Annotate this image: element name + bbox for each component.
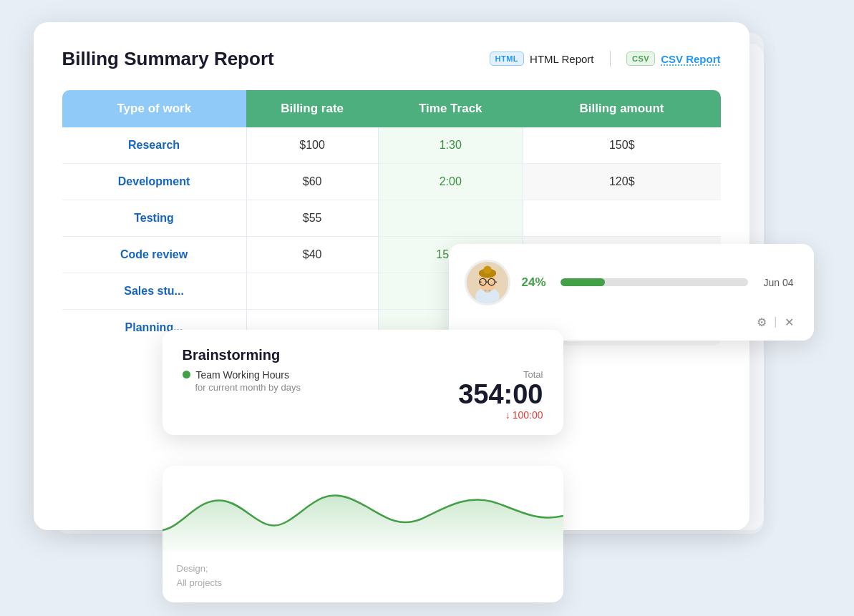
total-value: 354:00 [458, 380, 543, 410]
col-header-amount: Billing amount [523, 90, 720, 127]
csv-badge: CSV [626, 52, 655, 66]
cell-rate: $40 [246, 236, 378, 273]
col-header-type: Type of work [62, 90, 247, 127]
cell-rate: $100 [246, 127, 378, 164]
brainstorm-right: Total 354:00 ↓ 100:00 [458, 369, 543, 421]
html-badge: HTML [490, 52, 525, 66]
header-divider [610, 51, 611, 67]
progress-percent: 24% [522, 275, 552, 290]
card-header: Billing Summary Report HTML HTML Report … [62, 48, 721, 70]
csv-report-label: CSV Report [661, 53, 720, 65]
table-row: Research $100 1:30 150$ [62, 127, 721, 164]
total-label: Total [458, 369, 543, 380]
cell-type: Development [62, 163, 247, 200]
brainstorm-card: Brainstorming Team Working Hours for cur… [162, 330, 563, 436]
progress-card: 24% Jun 04 ⚙ | ✕ [449, 244, 814, 341]
cell-type: Code review [62, 236, 247, 273]
chart-svg [162, 466, 563, 552]
gear-icon[interactable]: ⚙ [757, 316, 767, 329]
brainstorm-legend: Team Working Hours [183, 369, 301, 381]
progress-row: 24% Jun 04 [465, 260, 794, 305]
page-title: Billing Summary Report [62, 48, 274, 70]
cell-amount: 150$ [523, 127, 720, 164]
cell-rate [246, 273, 378, 309]
down-arrow-icon: ↓ [505, 409, 510, 421]
progress-card-icons: ⚙ | ✕ [465, 316, 794, 329]
cell-rate: $55 [246, 200, 378, 236]
chart-card: Design; All projects [162, 466, 563, 603]
dot-green-icon [183, 371, 190, 378]
cell-time: 2:00 [378, 163, 523, 200]
close-icon[interactable]: ✕ [785, 316, 794, 329]
header-actions: HTML HTML Report CSV CSV Report [490, 51, 721, 67]
brainstorm-title: Brainstorming [183, 347, 543, 363]
progress-info: 24% Jun 04 [522, 275, 794, 290]
table-row: Testing $55 [62, 200, 721, 236]
svg-point-11 [484, 289, 487, 291]
svg-point-12 [487, 289, 490, 291]
progress-bar [561, 278, 748, 286]
scene: Billing Summary Report HTML HTML Report … [34, 22, 821, 595]
chart-footer: Design; All projects [162, 554, 563, 592]
html-report-button[interactable]: HTML HTML Report [490, 52, 594, 66]
col-header-rate: Billing rate [246, 90, 378, 127]
cell-time: 1:30 [378, 127, 523, 164]
col-header-time: Time Track [378, 90, 523, 127]
progress-bar-fill [561, 278, 606, 286]
icon-divider: | [774, 316, 777, 328]
cell-amount: 120$ [523, 163, 720, 200]
chart-footer-line2: All projects [177, 576, 549, 591]
total-diff: ↓ 100:00 [458, 409, 543, 421]
chart-footer-line1: Design; [177, 562, 549, 577]
diff-value: 100:00 [513, 409, 543, 421]
cell-type: Sales stu... [62, 273, 247, 309]
brainstorm-body: Team Working Hours for current month by … [183, 369, 543, 421]
cell-type: Testing [62, 200, 247, 236]
brainstorm-left: Team Working Hours for current month by … [183, 369, 301, 403]
brainstorm-legend-text: Team Working Hours [196, 369, 289, 381]
progress-date: Jun 04 [757, 277, 794, 288]
cell-rate: $60 [246, 163, 378, 200]
cell-amount [523, 200, 720, 236]
csv-report-button[interactable]: CSV CSV Report [626, 52, 720, 66]
html-report-label: HTML Report [530, 53, 593, 65]
brainstorm-sub: for current month by days [195, 382, 301, 393]
cell-type: Research [62, 127, 247, 164]
table-row: Development $60 2:00 120$ [62, 163, 721, 200]
svg-point-5 [483, 265, 491, 273]
avatar [465, 260, 510, 305]
cell-time [378, 200, 523, 236]
